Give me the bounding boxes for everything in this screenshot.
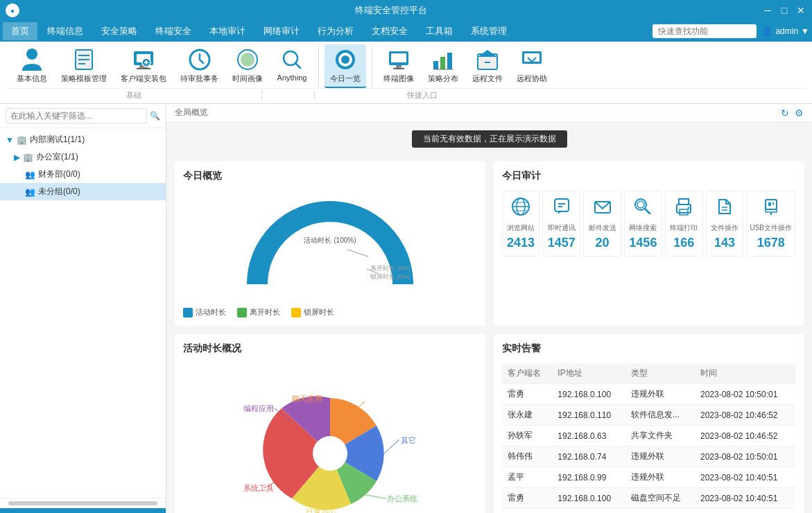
alert-client: 雷勇 [502,488,553,509]
menu-item-terminal-info[interactable]: 终端信息 [39,22,92,40]
legend-lock-label: 锁屏时长 [304,307,334,318]
menu-item-network-audit[interactable]: 网络审计 [255,22,308,40]
today-overview-title: 今日概览 [183,170,477,182]
toolbar-pending-tasks[interactable]: 待审批事务 [175,44,224,87]
menu-item-local-audit[interactable]: 本地审计 [201,22,254,40]
toolbar-anything[interactable]: Anything [271,44,313,85]
toolbar-remote-file[interactable]: 远程文件 [467,44,508,87]
menu-item-tools[interactable]: 工具箱 [417,22,461,40]
table-row[interactable]: 张永建192.168.0.110软件信息发...2023-08-02 10:46… [502,405,796,426]
menu-item-behavior[interactable]: 行为分析 [309,22,362,40]
toolbar-group-label-basic: 基础 [6,90,262,101]
alerts-title: 实时告警 [502,342,796,355]
tree-item-unassigned[interactable]: 👥 未分组(0/0) [0,183,166,200]
titlebar: ● 终端安全管控平台 ─ □ ✕ [0,0,812,21]
menu-item-terminal-security[interactable]: 终端安全 [147,22,200,40]
im-value: 1457 [548,236,576,250]
audit-item-browse[interactable]: 浏览网站 2413 [502,191,540,256]
audit-item-im[interactable]: 即时通讯 1457 [542,191,580,256]
file-value: 143 [714,236,735,250]
policy-template-icon [71,47,96,72]
toolbar-policy-template[interactable]: 策略模板管理 [55,44,112,87]
svg-line-45 [645,209,650,214]
settings-button[interactable]: ⚙ [795,107,804,119]
today-audit-section: 今日审计 浏览网站 2413 即时通 [494,162,804,326]
search-audit-icon [633,197,653,220]
table-row[interactable]: 韩伟伟192.168.0.74违规外联2023-08-02 10:50:01 [502,446,796,467]
alert-time: 2023-08-02 10:50:01 [695,384,795,405]
toolbar-basic-info[interactable]: 基本信息 [11,44,53,87]
svg-text:办公系统: 办公系统 [387,494,417,503]
svg-line-13 [295,63,300,68]
sidebar-scrollbar[interactable] [8,501,157,505]
svg-rect-22 [433,61,438,69]
admin-menu[interactable]: 👤 admin ▼ [762,26,809,36]
refresh-button[interactable]: ↻ [781,107,789,119]
svg-line-61 [366,495,386,498]
svg-rect-21 [393,68,404,69]
svg-text:锁屏时长 (0%): 锁屏时长 (0%) [370,273,411,280]
svg-rect-19 [391,53,406,62]
alert-client: 雷勇 [502,384,553,405]
minimize-button[interactable]: ─ [762,5,773,16]
breadcrumb-actions: ↻ ⚙ [781,107,804,119]
table-row[interactable]: 雷勇192.168.0.100违规外联2023-08-02 10:50:01 [502,384,796,405]
toolbar-client-install[interactable]: 客户端安装包 [115,44,172,87]
svg-point-44 [637,201,644,208]
svg-text:离开时长 (0%): 离开时长 (0%) [370,265,411,272]
tree-expand-icon-office: ▶ [14,153,20,162]
browse-label: 浏览网站 [507,223,535,233]
remote-file-icon [475,47,500,72]
svg-line-59 [384,440,399,453]
activity-overview-section: 活动时长概况 [175,334,485,513]
client-button[interactable]: 💻 客户端 [0,508,166,513]
sidebar: 🔍 ▼ 🏢 内部测试1(1/1) ▶ 🏢 办公室(1/1) 👥 财务部(0/0)… [0,104,166,513]
chevron-down-icon: ▼ [801,26,809,36]
alert-type: 违规外联 [625,467,695,488]
quick-search-input[interactable] [653,24,757,38]
main-content-grid: 今日概览 活动时长 (100%) 离开时长 (0%) 锁屏时长 (0%) [166,156,812,513]
toolbar-terminal-image[interactable]: 终端图像 [378,44,420,87]
tree-item-root[interactable]: ▼ 🏢 内部测试1(1/1) [0,131,166,148]
table-row[interactable]: 雷勇192.168.0.100磁盘空间不足2023-08-02 10:40:51 [502,488,796,509]
menu-item-system[interactable]: 系统管理 [463,22,515,40]
tree-item-finance[interactable]: 👥 财务部(0/0) [0,166,166,183]
audit-item-file[interactable]: 文件操作 143 [706,191,744,256]
print-value: 166 [673,236,694,250]
svg-point-49 [688,207,690,209]
toolbar-policy-dist[interactable]: 策略分布 [422,44,464,87]
chart-legend: 活动时长 离开时长 锁屏时长 [183,307,477,318]
tree-item-office[interactable]: ▶ 🏢 办公室(1/1) [0,148,166,166]
search-icon[interactable]: 🔍 [150,111,160,121]
alert-ip: 192.168.0.110 [552,405,625,426]
alert-ip: 192.168.0.100 [552,384,625,405]
toolbar-group-today: 今日一览 [319,44,372,88]
table-row[interactable]: 孙轶军192.168.0.63共享文件夹2023-08-02 10:46:52 [502,426,796,446]
usb-value: 1678 [757,236,785,250]
time-portrait-icon [235,47,260,72]
audit-item-email[interactable]: 邮件发送 20 [583,191,621,256]
audit-item-print[interactable]: 终端打印 166 [665,191,703,256]
close-button[interactable]: ✕ [795,5,806,16]
maximize-button[interactable]: □ [779,5,790,16]
menu-item-home[interactable]: 首页 [3,22,37,40]
menu-item-security-policy[interactable]: 安全策略 [93,22,146,40]
toolbar-remote-assist[interactable]: 远程协助 [511,44,553,87]
table-row[interactable]: 张永建192.168.0.110硬件信息发...2023-08-02 10:46… [502,509,796,514]
alert-client: 韩伟伟 [502,446,553,467]
pie-chart-wrapper: 聊天应用 其它 办公系统 日常办公 系统工具 [183,363,477,513]
browse-icon [511,197,530,220]
menu-item-docs[interactable]: 文档安全 [363,22,416,40]
audit-item-search[interactable]: 网络搜索 1456 [624,191,662,256]
toolbar-today-overview[interactable]: 今日一览 [325,44,366,88]
audit-item-usb[interactable]: USB文件操作 1678 [746,191,795,256]
toolbar-time-portrait[interactable]: 时间画像 [227,44,268,87]
alert-ip: 192.168.0.110 [552,509,625,514]
toolbar-group-label-empty [262,90,315,101]
main-panel: 全局概览 ↻ ⚙ 当前无有效数据，正在展示演示数据 今日概览 [166,104,812,513]
legend-away-color [237,308,247,318]
toolbar: 基本信息 策略模板管理 客户端安装包 待审批事务 [0,42,812,104]
sidebar-search-input[interactable] [6,108,147,123]
tree-expand-icon: ▼ [6,135,14,145]
table-row[interactable]: 孟平192.168.0.99违规外联2023-08-02 10:40:51 [502,467,796,488]
